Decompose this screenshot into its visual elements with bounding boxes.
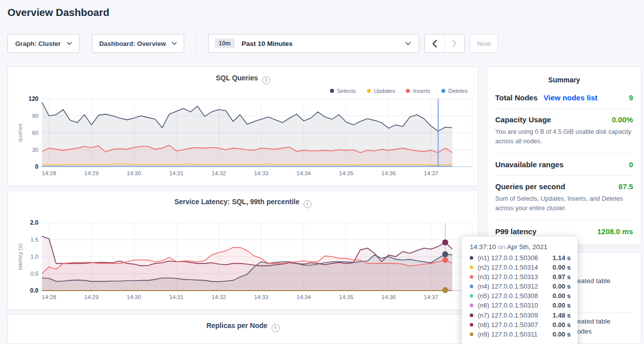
chevron-down-icon [172,42,177,45]
x-tick-label: 14:37 [424,170,438,176]
unavailable-ranges-value: 0 [629,160,633,169]
x-tick-label: 14:35 [339,294,353,300]
x-tick-label: 14:28 [42,294,56,300]
total-nodes-label: Total Nodes [495,93,538,102]
node-dot-icon [470,266,473,269]
tooltip-time: 14:37:10 [470,243,496,251]
now-button[interactable]: Now [470,34,498,53]
tooltip-node-label: (n9) 127.0.0.1:50311 [478,331,538,338]
dashboard-dropdown[interactable]: Dashboard: Overview [92,34,184,53]
x-tick-label: 14:32 [212,170,226,176]
tooltip-node-label: (n2) 127.0.0.1:50314 [478,264,538,271]
sql-queries-chart[interactable]: 030609012014:2814:2914:3014:3114:3214:33… [8,67,478,186]
summary-row-capacity: Capacity Usage 0.00% You are using 0 B o… [495,109,633,154]
y-tick-label: 60 [32,130,38,136]
x-tick-label: 14:34 [297,170,311,176]
graph-dropdown[interactable]: Graph: Cluster [7,34,79,53]
tooltip-node-label: (n5) 127.0.0.1:50308 [478,292,538,300]
x-tick-label: 14:36 [381,170,396,176]
hover-dot-(n7) 127.0.0.1:50309 [442,239,448,245]
tooltip-node-label: (n3) 127.0.0.1:50313 [478,273,538,281]
y-axis-label: latency (s) [17,243,23,270]
y-axis-label: queries [17,123,23,142]
chevron-down-icon [405,42,411,45]
tooltip-row: (n2) 127.0.0.1:503140.00 s [470,264,571,271]
x-tick-label: 14:35 [339,170,353,176]
summary-row-unavailable: Unavailable ranges 0 [495,154,633,176]
x-tick-label: 14:29 [84,170,99,176]
tooltip-node-label: (n6) 127.0.0.1:50310 [478,302,538,309]
p99-latency-value: 1208.0 ms [597,227,633,236]
time-range-label: Past 10 Minutes [242,40,293,47]
qps-label: Queries per second [495,182,565,191]
total-nodes-value: 9 [629,93,633,102]
node-dot-icon [470,304,473,307]
x-tick-label: 14:33 [254,294,269,300]
tooltip-node-value: 0.00 s [553,302,571,309]
x-tick-label: 14:30 [127,294,141,300]
tooltip-node-value: 0.00 s [553,321,571,329]
node-dot-icon [470,333,473,336]
summary-row-qps: Queries per second 87.5 Sum of Selects, … [495,176,633,221]
tooltip-node-value: 0.97 s [553,273,571,281]
service-latency-chart[interactable]: 0.00.51.01.52.014:2814:2914:3014:3114:32… [8,191,478,310]
x-tick-label: 14:32 [212,294,226,300]
unavailable-ranges-label: Unavailable ranges [495,160,564,169]
x-tick-label: 14:34 [297,294,311,300]
capacity-usage-label: Capacity Usage [495,115,551,124]
x-tick-label: 14:29 [84,294,99,300]
tooltip-node-label: (n4) 127.0.0.1:50312 [478,283,538,290]
tooltip-on: on [498,243,505,251]
x-tick-label: 14:28 [42,170,56,176]
qps-desc: Sum of Selects, Updates, Inserts, and De… [495,194,633,214]
tooltip-node-label: (n7) 127.0.0.1:50309 [478,312,538,319]
toolbar-divider [196,35,197,52]
tooltip-row: (n3) 127.0.0.1:503130.97 s [470,273,571,281]
view-nodes-list-link[interactable]: View nodes list [544,93,598,102]
chevron-right-icon [452,40,457,47]
x-tick-label: 14:30 [127,170,141,176]
tooltip-date: Apr 5th, 2021 [507,243,547,251]
tooltip-node-value: 0.00 s [553,331,571,338]
tooltip-node-value: 0.00 s [553,292,571,300]
capacity-usage-value: 0.00% [612,115,633,124]
chevron-left-icon [432,40,437,47]
event-item-line2: odes [577,328,592,335]
summary-title: Summary [487,67,641,87]
node-dot-icon [470,275,473,279]
y-tick-label: 2.0 [30,219,38,226]
time-next-button[interactable] [444,34,465,53]
time-prev-button[interactable] [424,34,445,53]
tooltip-node-label: (n8) 127.0.0.1:50307 [478,321,538,329]
tooltip-row: (n7) 127.0.0.1:503091.48 s [470,312,571,319]
tooltip-row: (n4) 127.0.0.1:503120.00 s [470,283,571,290]
tooltip-node-value: 1.14 s [553,254,571,262]
capacity-usage-desc: You are using 0 B of 4.5 GiB usable disk… [495,127,633,147]
graph-dropdown-label: Graph: Cluster [15,40,60,47]
hover-dot-(n1) 127.0.0.1:50306 [442,251,448,257]
tooltip-rows: (n1) 127.0.0.1:503061.14 s(n2) 127.0.0.1… [470,254,571,338]
x-tick-label: 14:31 [169,170,184,176]
hover-dot-(n9) 127.0.0.1:50311 [442,287,448,293]
tooltip-node-value: 0.00 s [553,283,571,290]
x-tick-label: 14:36 [381,294,396,300]
time-range-badge: 10m [215,38,235,48]
node-dot-icon [470,285,473,288]
tooltip-node-value: 1.48 s [553,312,571,319]
y-tick-label: 0.0 [30,287,38,294]
event-item: eated table [577,318,611,325]
info-icon[interactable]: i [272,324,280,332]
sql-queries-card: SQL Queriesi SelectsUpdatesInsertsDelete… [7,66,478,186]
overview-dashboard-page: Overview Dashboard Graph: Cluster Dashbo… [0,0,644,344]
x-tick-label: 14:33 [254,170,269,176]
node-dot-icon [470,256,473,260]
y-tick-label: 30 [32,147,38,153]
summary-row-total-nodes: Total Nodes View nodes list 9 [495,87,633,109]
tooltip-node-value: 0.00 s [553,264,571,271]
summary-panel: Summary Total Nodes View nodes list 9 Ca… [487,66,642,245]
node-dot-icon [470,323,473,327]
time-range-dropdown[interactable]: 10m Past 10 Minutes [208,34,419,53]
hover-dot-(n3) 127.0.0.1:50313 [442,257,448,263]
page-title: Overview Dashboard [7,6,109,18]
y-tick-label: 90 [32,113,38,119]
